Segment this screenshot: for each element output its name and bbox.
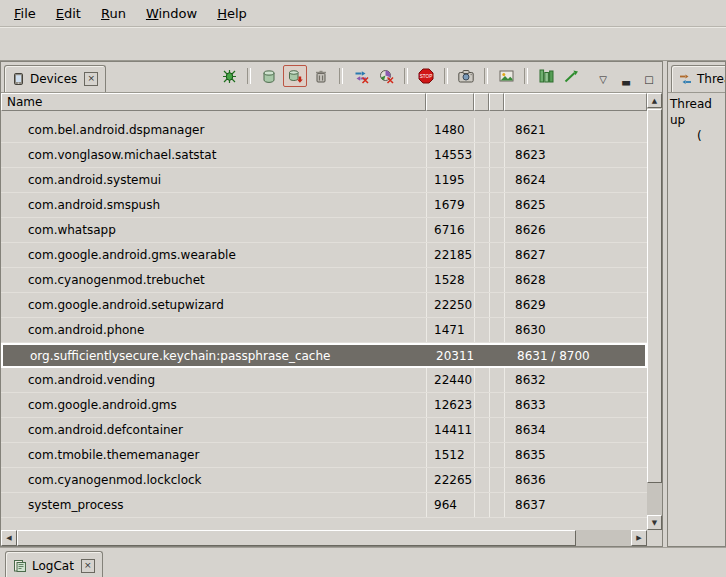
cell-pid: 1195 bbox=[426, 168, 474, 192]
table-row[interactable]: com.google.android.gms.wearable221858627 bbox=[1, 243, 647, 268]
vscroll-track[interactable] bbox=[647, 108, 662, 515]
menu-edit[interactable]: Edit bbox=[46, 2, 91, 25]
cell-port: 8623 bbox=[504, 143, 647, 167]
table-row[interactable]: com.tmobile.thememanager15128635 bbox=[1, 443, 647, 468]
cell-process-name: com.google.android.setupwizard bbox=[1, 293, 426, 317]
column-header-name[interactable]: Name bbox=[1, 93, 426, 111]
cell-spacer bbox=[474, 218, 489, 242]
hscroll-thumb[interactable] bbox=[17, 530, 576, 546]
column-header-port[interactable] bbox=[504, 93, 647, 111]
cell-process-name: com.android.vending bbox=[1, 368, 426, 392]
table-row[interactable]: com.bel.android.dspmanager14808621 bbox=[1, 118, 647, 143]
column-header-b[interactable] bbox=[489, 93, 504, 111]
cell-process-name: com.vonglasow.michael.satstat bbox=[1, 143, 426, 167]
stop-process-icon[interactable]: STOP bbox=[415, 66, 437, 86]
method-profiling-icon[interactable] bbox=[375, 66, 397, 86]
tab-devices-label: Devices bbox=[30, 72, 77, 86]
cell-pid: 1512 bbox=[426, 443, 474, 467]
horizontal-scrollbar[interactable]: ◀ ▶ bbox=[1, 530, 647, 546]
menu-help[interactable]: Help bbox=[207, 2, 257, 25]
cell-pid: 964 bbox=[426, 493, 474, 517]
menu-run[interactable]: Run bbox=[91, 2, 136, 25]
table-row[interactable]: com.android.phone14718630 bbox=[1, 318, 647, 343]
device-table-main: Name com.bel.android.dspmanager14808621c… bbox=[1, 93, 647, 546]
cell-spacer bbox=[474, 393, 489, 417]
maximize-icon[interactable]: □ bbox=[642, 74, 656, 86]
scroll-up-icon[interactable]: ▲ bbox=[647, 93, 662, 108]
screen-record-icon[interactable] bbox=[495, 66, 517, 86]
debug-icon[interactable] bbox=[218, 66, 240, 86]
scroll-down-icon[interactable]: ▼ bbox=[647, 515, 662, 530]
cell-pid: 1679 bbox=[426, 193, 474, 217]
column-header-a[interactable] bbox=[474, 93, 489, 111]
table-row[interactable]: com.android.defcontainer144118634 bbox=[1, 418, 647, 443]
cause-gc-icon[interactable] bbox=[310, 66, 332, 86]
column-header-pid[interactable] bbox=[426, 93, 474, 111]
cell-process-name: com.android.phone bbox=[1, 318, 426, 342]
vscroll-thumb[interactable] bbox=[647, 109, 662, 483]
cell-port: 8633 bbox=[504, 393, 647, 417]
update-threads-icon[interactable] bbox=[350, 66, 372, 86]
scroll-right-icon[interactable]: ▶ bbox=[631, 530, 647, 546]
toolbar-separator bbox=[339, 68, 343, 84]
cell-port: 8621 bbox=[504, 118, 647, 142]
screen-capture-icon[interactable] bbox=[455, 66, 477, 86]
cell-process-name: com.cyanogenmod.trebuchet bbox=[1, 268, 426, 292]
cell-spacer bbox=[476, 345, 491, 366]
table-row[interactable]: system_process9648637 bbox=[1, 493, 647, 518]
opengl-trace-icon[interactable] bbox=[560, 66, 582, 86]
table-row[interactable]: com.whatsapp67168626 bbox=[1, 218, 647, 243]
main-area: Devices × STOP ▽▃□ Name com.bel.android.… bbox=[0, 61, 726, 547]
threads-tab-row: Threa bbox=[668, 62, 725, 93]
cell-spacer bbox=[489, 493, 504, 517]
table-row[interactable]: com.cyanogenmod.lockclock222658636 bbox=[1, 468, 647, 493]
cell-process-name: com.android.defcontainer bbox=[1, 418, 426, 442]
vertical-scrollbar[interactable]: ▲ ▼ bbox=[647, 93, 662, 546]
cell-spacer bbox=[489, 293, 504, 317]
cell-spacer bbox=[489, 368, 504, 392]
devices-panel: Devices × STOP ▽▃□ Name com.bel.android.… bbox=[0, 61, 663, 547]
table-row[interactable]: com.cyanogenmod.trebuchet15288628 bbox=[1, 268, 647, 293]
cell-process-name: com.android.smspush bbox=[1, 193, 426, 217]
table-row[interactable]: org.sufficientlysecure.keychain:passphra… bbox=[1, 343, 647, 368]
cell-spacer bbox=[489, 268, 504, 292]
tab-devices[interactable]: Devices × bbox=[4, 65, 106, 92]
menu-window[interactable]: Window bbox=[136, 2, 207, 25]
hscroll-track[interactable] bbox=[17, 530, 631, 546]
cell-process-name: com.bel.android.dspmanager bbox=[1, 118, 426, 142]
minimize-icon[interactable]: ▃ bbox=[619, 74, 633, 86]
cell-spacer bbox=[474, 468, 489, 492]
cell-pid: 1528 bbox=[426, 268, 474, 292]
cell-spacer bbox=[489, 143, 504, 167]
table-row[interactable]: com.android.vending224408632 bbox=[1, 368, 647, 393]
table-row[interactable]: com.android.smspush16798625 bbox=[1, 193, 647, 218]
tab-logcat[interactable]: LogCat × bbox=[5, 551, 103, 577]
tab-threads-label: Threa bbox=[697, 72, 726, 86]
cell-port: 8636 bbox=[504, 468, 647, 492]
cell-process-name: com.cyanogenmod.lockclock bbox=[1, 468, 426, 492]
cell-pid: 14553 bbox=[426, 143, 474, 167]
cell-spacer bbox=[489, 393, 504, 417]
cell-port: 8624 bbox=[504, 168, 647, 192]
capture-view-hierarchy-icon[interactable] bbox=[535, 66, 557, 86]
cell-spacer bbox=[474, 143, 489, 167]
view-menu-icon[interactable]: ▽ bbox=[596, 74, 610, 86]
menu-file[interactable]: File bbox=[4, 2, 46, 25]
cell-port: 8634 bbox=[504, 418, 647, 442]
tab-threads[interactable]: Threa bbox=[671, 65, 726, 92]
cell-pid: 12623 bbox=[426, 393, 474, 417]
close-icon[interactable]: × bbox=[84, 72, 98, 86]
table-row[interactable]: com.google.android.gms126238633 bbox=[1, 393, 647, 418]
scroll-left-icon[interactable]: ◀ bbox=[1, 530, 17, 546]
close-icon[interactable]: × bbox=[81, 559, 95, 573]
table-row[interactable]: com.google.android.setupwizard222508629 bbox=[1, 293, 647, 318]
update-heap-icon[interactable] bbox=[258, 66, 280, 86]
cell-spacer bbox=[474, 268, 489, 292]
dump-hprof-icon[interactable] bbox=[283, 65, 307, 87]
cell-process-name: com.google.android.gms bbox=[1, 393, 426, 417]
devices-tab-row: Devices × STOP ▽▃□ bbox=[1, 62, 662, 93]
table-row[interactable]: com.vonglasow.michael.satstat145538623 bbox=[1, 143, 647, 168]
table-row[interactable]: com.android.systemui11958624 bbox=[1, 168, 647, 193]
cell-pid: 20311 bbox=[428, 345, 476, 366]
logcat-icon bbox=[13, 559, 27, 573]
